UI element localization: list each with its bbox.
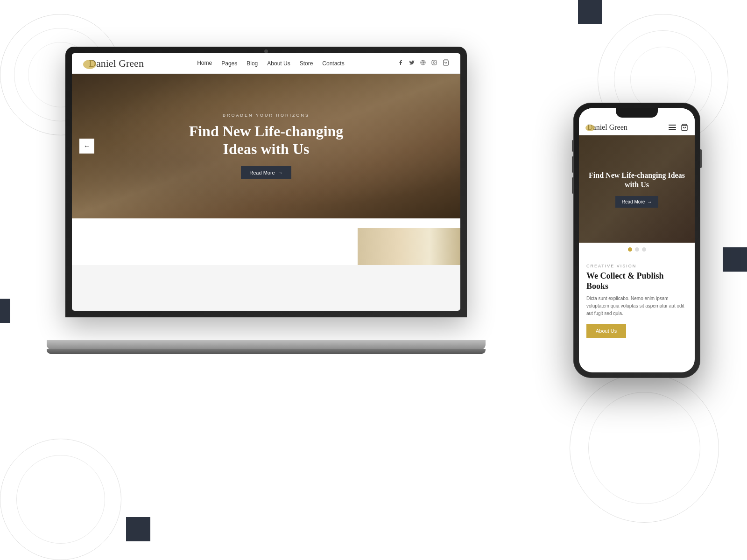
nav-home[interactable]: Home: [197, 60, 212, 67]
hero-cta-button[interactable]: Read More →: [241, 166, 291, 179]
laptop-base-bottom: [47, 349, 486, 354]
phone-dot-1[interactable]: [628, 247, 632, 252]
hamburger-icon[interactable]: [669, 125, 676, 130]
hero-prev-button[interactable]: ←: [79, 139, 94, 154]
decor-square-4: [126, 517, 150, 541]
phone-slider-dots: [579, 243, 695, 256]
decor-circle-bottom-left: [0, 439, 121, 560]
phone-hero-cta-button[interactable]: Read More →: [615, 196, 658, 208]
phone-hero-cta-label: Read More: [622, 199, 645, 204]
laptop-body: Daniel Green Home Pages Blog About Us St…: [65, 47, 467, 317]
logo-text: Daniel Green: [89, 57, 144, 70]
phone-section-tag: CREATIVE VISION: [586, 264, 687, 268]
hero-cta-label: Read More: [249, 170, 275, 175]
hero-section: ← BROADEN YOUR HORIZONS Find New Life-ch…: [72, 74, 460, 218]
laptop-base: [47, 340, 486, 350]
hero-title: Find New Life-changing Ideas with Us: [177, 122, 355, 158]
phone-content-section: CREATIVE VISION We Collect & Publish Boo…: [579, 256, 695, 345]
laptop-mockup: Daniel Green Home Pages Blog About Us St…: [65, 47, 476, 350]
nav-pages[interactable]: Pages: [221, 60, 237, 67]
hero-subtitle: BROADEN YOUR HORIZONS: [177, 113, 355, 118]
phone-dot-2[interactable]: [635, 247, 639, 252]
phone-mute-button: [572, 140, 573, 152]
phone-section-title: We Collect & Publish Books: [586, 271, 687, 291]
decor-square-2: [723, 247, 747, 272]
nav-store[interactable]: Store: [300, 60, 313, 67]
laptop-camera: [264, 49, 268, 53]
decor-square-3: [0, 299, 10, 323]
arrow-right-icon: →: [278, 170, 283, 175]
phone-arrow-right-icon: →: [647, 199, 652, 204]
facebook-icon[interactable]: [398, 60, 403, 67]
site-social-icons: [398, 59, 449, 68]
twitter-icon[interactable]: [409, 60, 415, 67]
site-logo: Daniel Green: [83, 57, 144, 70]
decor-circle-bottom-right: [570, 373, 719, 523]
decor-circle-bottom-right-2: [588, 392, 700, 504]
phone-section-body: Dicta sunt explicabo. Nemo enim ipsam vo…: [586, 295, 687, 317]
phone-nav-icons: [669, 124, 688, 131]
phone-cart-icon[interactable]: [681, 124, 688, 131]
svg-rect-1: [432, 60, 437, 65]
laptop-screen: Daniel Green Home Pages Blog About Us St…: [72, 53, 460, 311]
nav-about[interactable]: About Us: [267, 60, 290, 67]
phone-hero-title: Find New Life-changing Ideas with Us: [588, 171, 685, 189]
hero-content: BROADEN YOUR HORIZONS Find New Life-chan…: [177, 113, 355, 180]
logo-dot: [83, 60, 96, 69]
phone-hero-content: Find New Life-changing Ideas with Us Rea…: [579, 171, 695, 208]
phone-site-logo: Daniel Green: [585, 123, 627, 132]
arrow-left-icon: ←: [84, 142, 90, 150]
decor-circle-bottom-left-2: [16, 455, 105, 544]
phone-about-button[interactable]: About Us: [586, 324, 626, 338]
phone-screen: Daniel Green: [579, 108, 695, 372]
phone-body: Daniel Green: [573, 103, 700, 378]
phone-power-button: [700, 149, 702, 168]
instagram-icon[interactable]: [431, 60, 437, 67]
book-preview: [358, 228, 460, 265]
phone-logo-dot: [585, 125, 595, 131]
phone-dot-3[interactable]: [642, 247, 646, 252]
site-header: Daniel Green Home Pages Blog About Us St…: [72, 53, 460, 74]
phone-hero-section: Find New Life-changing Ideas with Us Rea…: [579, 135, 695, 243]
dribbble-icon[interactable]: [420, 60, 426, 67]
phone-notch: [616, 108, 658, 118]
phone-about-label: About Us: [596, 328, 617, 334]
nav-blog[interactable]: Blog: [247, 60, 258, 67]
site-below-hero: [72, 218, 460, 265]
cart-icon[interactable]: [443, 59, 449, 68]
phone-mockup: Daniel Green: [573, 103, 700, 378]
phone-volume-up-button: [572, 156, 573, 173]
phone-volume-down-button: [572, 177, 573, 194]
book-image: [358, 228, 460, 265]
site-nav: Home Pages Blog About Us Store Contacts: [197, 60, 344, 67]
decor-square-1: [578, 0, 602, 24]
nav-contacts[interactable]: Contacts: [322, 60, 344, 67]
decor-circle-top-right-3: [630, 47, 696, 112]
